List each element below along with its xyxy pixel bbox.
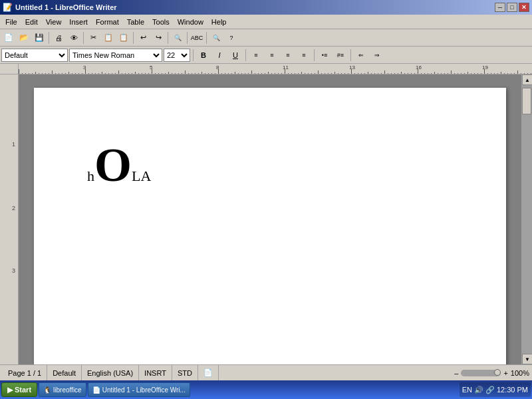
undo-button[interactable]: ↩ (136, 31, 150, 45)
maximize-button[interactable]: □ (507, 3, 517, 12)
indent-button[interactable]: ⇒ (370, 48, 384, 63)
ruler-canvas (19, 64, 532, 74)
doc-icon-status: 📄 (198, 365, 219, 380)
scroll-down-button[interactable]: ▼ (522, 354, 532, 364)
align-justify-button[interactable]: ≡ (297, 48, 311, 63)
menu-file[interactable]: File (1, 15, 21, 29)
ruler-container (0, 64, 532, 74)
sep1 (49, 32, 49, 44)
align-left-button[interactable]: ≡ (249, 48, 263, 63)
italic-button[interactable]: I (212, 49, 227, 62)
page-status: Page 1 / 1 (3, 365, 47, 380)
formatting-bar: Default Times New Roman 22 B I U ≡ ≡ ≡ ≡… (0, 47, 532, 64)
window-title: Untitled 1 - LibreOffice Writer (15, 3, 117, 11)
menu-tools[interactable]: Tools (148, 15, 174, 29)
title-bar: 📝 Untitled 1 - LibreOffice Writer ─ □ ✕ (0, 0, 532, 15)
vertical-scrollbar[interactable]: ▲ ▼ (521, 74, 532, 364)
standard-toolbar: 📄 📂 💾 🖨 👁 ✂ 📋 📋 ↩ ↪ 🔍 ABC 🔍 ? (0, 29, 532, 47)
copy-button[interactable]: 📋 (101, 31, 116, 45)
sep6 (206, 32, 207, 44)
sep3 (133, 32, 134, 44)
save-button[interactable]: 💾 (32, 31, 47, 45)
outdent-button[interactable]: ⇐ (354, 48, 368, 63)
start-icon: ▶ (7, 386, 13, 394)
status-bar: Page 1 / 1 Default English (USA) INSRT S… (0, 364, 532, 380)
tray-sound-icon: 🔊 (474, 386, 483, 394)
tray-area: EN 🔊 🔗 12:30 PM (460, 382, 531, 397)
zoom-slider[interactable] (461, 370, 501, 376)
style-dropdown[interactable]: Default (1, 49, 68, 62)
menu-bar: File Edit View Insert Format Table Tools… (0, 15, 532, 29)
fmt-sep3 (314, 49, 315, 61)
document-text: hOLA (87, 160, 151, 186)
zoom-button[interactable]: 🔍 (209, 31, 223, 45)
title-bar-controls: ─ □ ✕ (495, 3, 529, 12)
scroll-thumb[interactable] (522, 88, 531, 114)
ruler-corner (0, 64, 19, 74)
find-button[interactable]: 🔍 (170, 31, 185, 45)
fmt-sep4 (350, 49, 351, 61)
underline-button[interactable]: U (228, 49, 243, 62)
sep5 (187, 32, 188, 44)
help-button[interactable]: ? (224, 31, 239, 45)
sep2 (83, 32, 84, 44)
menu-insert[interactable]: Insert (65, 15, 92, 29)
fmt-sep2 (245, 49, 246, 61)
document-area[interactable]: hOLA (19, 74, 521, 364)
align-center-button[interactable]: ≡ (265, 48, 279, 63)
std-status[interactable]: STD (172, 365, 198, 380)
menu-view[interactable]: View (42, 15, 66, 29)
list-bullet-button[interactable]: •≡ (317, 48, 332, 63)
list-number-button[interactable]: #≡ (333, 48, 348, 63)
scroll-up-button[interactable]: ▲ (522, 74, 532, 85)
spell-button[interactable]: ABC (190, 31, 204, 45)
tray-time: 12:30 PM (497, 386, 528, 394)
zoom-out-button[interactable]: – (454, 369, 458, 377)
fmt-sep1 (193, 49, 194, 61)
menu-window[interactable]: Window (174, 15, 207, 29)
open-button[interactable]: 📂 (17, 31, 31, 45)
title-bar-left: 📝 Untitled 1 - LibreOffice Writer (3, 3, 117, 12)
zoom-level: 100% (511, 369, 529, 377)
preview-button[interactable]: 👁 (66, 31, 81, 45)
writer-icon: 📄 (92, 386, 100, 394)
ruler-mark-3: 3 (12, 267, 15, 274)
taskbar-libreoffice[interactable]: 🐧 libreoffice (39, 382, 86, 397)
font-dropdown[interactable]: Times New Roman (69, 49, 162, 62)
menu-format[interactable]: Format (92, 15, 123, 29)
menu-table[interactable]: Table (123, 15, 148, 29)
close-button[interactable]: ✕ (519, 3, 529, 12)
scroll-track[interactable] (522, 85, 532, 354)
libreoffice-label: libreoffice (53, 386, 82, 394)
redo-button[interactable]: ↪ (151, 31, 166, 45)
hola-LA: LA (132, 168, 151, 184)
new-button[interactable]: 📄 (1, 31, 16, 45)
system-tray: EN 🔊 🔗 12:30 PM (460, 382, 531, 397)
main-area: 1 2 3 hOLA ▲ ▼ (0, 74, 532, 364)
start-button[interactable]: ▶ Start (1, 382, 37, 397)
app-icon: 📝 (3, 3, 13, 12)
menu-edit[interactable]: Edit (21, 15, 42, 29)
minimize-button[interactable]: ─ (495, 3, 505, 12)
language-status: English (USA) (82, 365, 139, 380)
vertical-ruler: 1 2 3 (0, 74, 19, 364)
hola-O: O (94, 138, 132, 192)
document-content[interactable]: hOLA (87, 141, 453, 189)
start-label: Start (15, 386, 31, 394)
cut-button[interactable]: ✂ (86, 31, 100, 45)
size-dropdown[interactable]: 22 (164, 49, 190, 62)
menu-help[interactable]: Help (207, 15, 231, 29)
taskbar: ▶ Start 🐧 libreoffice 📄 Untitled 1 - Lib… (0, 380, 532, 399)
insert-mode-status[interactable]: INSRT (139, 365, 172, 380)
align-right-button[interactable]: ≡ (281, 48, 295, 63)
page: hOLA (34, 88, 506, 364)
doc-status-icon: 📄 (203, 368, 213, 377)
style-status: Default (47, 365, 82, 380)
zoom-thumb[interactable] (494, 369, 501, 376)
paste-button[interactable]: 📋 (116, 31, 131, 45)
taskbar-writer[interactable]: 📄 Untitled 1 - LibreOffice Wri... (88, 382, 190, 397)
ruler-mark-1: 1 (12, 141, 15, 148)
zoom-in-button[interactable]: + (503, 369, 507, 377)
print-button[interactable]: 🖨 (51, 31, 66, 45)
bold-button[interactable]: B (196, 49, 211, 62)
